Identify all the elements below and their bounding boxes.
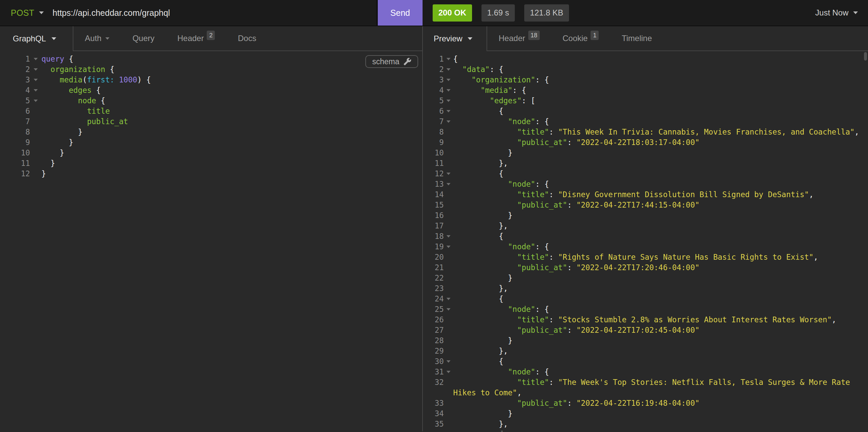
tab-header[interactable]: Header 2 (166, 26, 226, 51)
code-text: "title": "The Week's Top Stories: Netfli… (453, 377, 868, 398)
gutter-fold-cell (444, 117, 453, 123)
code-line: 10 } (0, 148, 422, 158)
response-time-badge: 1.69 s (482, 4, 515, 22)
code-line: 17 }, (423, 221, 868, 231)
scrollbar-thumb[interactable] (864, 52, 867, 61)
fold-toggle-icon[interactable] (446, 110, 451, 112)
tab-cookie[interactable]: Cookie 1 (551, 26, 611, 51)
send-button[interactable]: Send (378, 0, 423, 26)
gutter-fold-cell (444, 346, 453, 350)
line-number: 14 (423, 190, 444, 200)
fold-toggle-icon[interactable] (34, 79, 38, 81)
tab-timeline[interactable]: Timeline (610, 26, 663, 51)
chevron-down-icon (853, 11, 858, 14)
line-number: 5 (0, 96, 30, 106)
code-text: } (453, 148, 868, 158)
code-line: 5 "edges": [ (423, 96, 868, 106)
schema-button[interactable]: schema (365, 55, 418, 68)
fold-toggle-icon[interactable] (446, 173, 451, 175)
gutter-fold-cell (444, 304, 453, 310)
tab-label: Header (499, 34, 525, 43)
code-line: 19 "node": { (423, 241, 868, 252)
gutter-fold-cell (444, 221, 453, 225)
code-text: }, (453, 419, 868, 429)
fold-toggle-icon[interactable] (34, 58, 38, 60)
line-number: 25 (423, 304, 444, 314)
gutter-fold-cell (444, 137, 453, 141)
line-number: 19 (423, 241, 444, 252)
line-number: 12 (423, 169, 444, 179)
graphql-query-editor[interactable]: schema 1query {2 organization {3 media(f… (0, 51, 422, 431)
code-line: 24 { (423, 294, 868, 304)
method-selector[interactable]: POST (11, 8, 44, 18)
chevron-down-icon (105, 37, 110, 40)
code-text: "public_at": "2022-04-22T17:02:45-04:00" (453, 325, 868, 335)
fold-toggle-icon[interactable] (34, 100, 38, 102)
fold-toggle-icon[interactable] (446, 245, 451, 248)
gutter-fold-cell (444, 96, 453, 102)
code-text: "node": { (453, 241, 868, 252)
gutter-fold-cell (444, 231, 453, 237)
response-tabs: Header 18 Cookie 1 Timeline (487, 26, 868, 51)
response-meta: 200 OK 1.69 s 121.8 KB Just Now (423, 0, 868, 26)
line-number: 35 (423, 419, 444, 429)
gutter-fold-cell (444, 335, 453, 339)
fold-toggle-icon[interactable] (446, 58, 451, 60)
line-number: 7 (0, 117, 30, 127)
code-text: "node": { (453, 179, 868, 190)
gutter-fold-cell (30, 64, 41, 71)
code-line: 7 "node": { (423, 117, 868, 127)
tab-docs[interactable]: Docs (226, 26, 268, 51)
gutter-fold-cell (30, 148, 41, 152)
fold-toggle-icon[interactable] (446, 79, 451, 81)
line-number: 11 (0, 158, 30, 169)
code-text: } (41, 127, 422, 137)
fold-toggle-icon[interactable] (446, 100, 451, 102)
header-count-badge: 2 (207, 31, 215, 40)
line-number: 15 (423, 200, 444, 210)
gutter-fold-cell (444, 325, 453, 329)
response-history-dropdown[interactable]: Just Now (815, 8, 868, 18)
chevron-down-icon (39, 11, 44, 14)
fold-toggle-icon[interactable] (446, 235, 451, 237)
body-type-selector[interactable]: GraphQL (0, 26, 73, 51)
gutter-fold-cell (444, 419, 453, 423)
tab-query[interactable]: Query (121, 26, 166, 51)
fold-toggle-icon[interactable] (446, 183, 451, 186)
line-number: 20 (423, 252, 444, 262)
preview-mode-label: Preview (434, 34, 462, 43)
gutter-fold-cell (444, 283, 453, 287)
code-line: 25 "node": { (423, 304, 868, 314)
code-line: 12} (0, 169, 422, 179)
fold-toggle-icon[interactable] (446, 68, 451, 71)
tab-label: Query (132, 34, 154, 43)
code-line: 30 { (423, 356, 868, 367)
fold-toggle-icon[interactable] (446, 298, 451, 300)
gutter-fold-cell (444, 75, 453, 81)
code-line: 21 "public_at": "2022-04-22T17:20:46-04:… (423, 262, 868, 273)
code-line: 32 "title": "The Week's Top Stories: Net… (423, 377, 868, 398)
tab-response-header[interactable]: Header 18 (487, 26, 551, 51)
code-line: 2 organization { (0, 64, 422, 75)
preview-mode-selector[interactable]: Preview (423, 26, 487, 51)
code-text: { (453, 54, 868, 64)
url-input[interactable]: https://api.cheddar.com/graphql (53, 8, 170, 18)
fold-toggle-icon[interactable] (446, 89, 451, 92)
fold-toggle-icon[interactable] (446, 360, 451, 363)
fold-toggle-icon[interactable] (446, 308, 451, 310)
gutter-fold-cell (444, 314, 453, 319)
fold-toggle-icon[interactable] (446, 371, 451, 373)
code-text: "organization": { (453, 75, 868, 85)
fold-toggle-icon[interactable] (34, 68, 38, 71)
fold-toggle-icon[interactable] (34, 89, 38, 92)
code-text: "public_at": "2022-04-22T18:03:17-04:00" (453, 137, 868, 148)
gutter-fold-cell (30, 117, 41, 121)
response-tabbar: Preview Header 18 Cookie 1 Timeline (423, 26, 868, 51)
fold-toggle-icon[interactable] (446, 121, 451, 123)
code-line: 12 { (423, 169, 868, 179)
code-line: 31 "node": { (423, 367, 868, 377)
code-text: } (41, 169, 422, 179)
tab-auth[interactable]: Auth (73, 26, 121, 51)
line-number: 3 (423, 75, 444, 85)
code-text: } (41, 137, 422, 148)
